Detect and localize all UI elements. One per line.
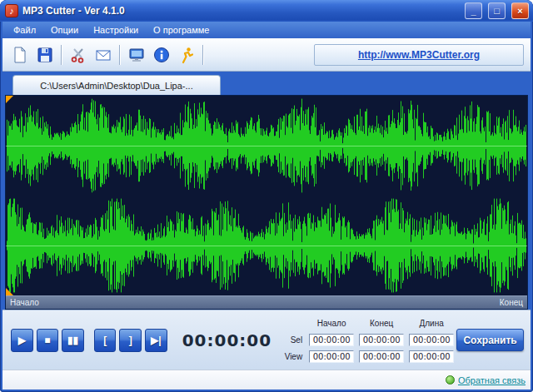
selection-table: Начало Конец Длина Sel View (281, 316, 456, 365)
menubar: Файл Опции Настройки О программе (2, 22, 531, 38)
waveform-end-label: Конец (500, 298, 523, 307)
set-start-button[interactable]: [ (94, 329, 117, 352)
waveform-footer: Начало Конец (6, 295, 527, 309)
toolbar-separator (61, 45, 62, 65)
waveform-start-label: Начало (10, 298, 39, 307)
row-label-view: View (281, 352, 306, 361)
view-end-field[interactable] (359, 350, 404, 363)
minimize-button[interactable]: _ (465, 2, 482, 19)
new-file-button[interactable] (7, 43, 32, 67)
cut-button[interactable] (66, 43, 91, 67)
statusbar: Обратная связь (2, 370, 531, 390)
menu-settings[interactable]: Настройки (86, 22, 146, 37)
header-start: Начало (306, 319, 356, 328)
waveform-canvas[interactable] (6, 96, 527, 295)
email-button[interactable] (91, 43, 116, 67)
email-icon (94, 46, 112, 64)
save-button[interactable]: Сохранить (456, 329, 524, 351)
selection-start-marker-bottom[interactable] (6, 288, 13, 295)
view-start-field[interactable] (309, 350, 354, 363)
header-length: Длина (406, 319, 456, 328)
play-button[interactable]: ▶ (11, 329, 33, 352)
set-end-button[interactable]: ] (119, 329, 142, 352)
feedback-link[interactable]: Обратная связь (458, 375, 526, 385)
save-button-toolbar[interactable] (32, 43, 57, 67)
file-tab[interactable]: C:\Users\Admin\Desktop\Dua_Lipa-... (12, 75, 221, 95)
feedback-icon (446, 375, 455, 385)
toolbar: http://www.MP3Cutter.org (2, 38, 531, 72)
waveform-panel: Начало Конец (5, 95, 528, 310)
new-file-icon (11, 46, 29, 64)
display-button[interactable] (124, 43, 149, 67)
view-length-field[interactable] (409, 350, 454, 363)
link-panel: http://www.MP3Cutter.org (314, 44, 524, 66)
sel-start-field[interactable] (309, 334, 354, 346)
file-tab-label: C:\Users\Admin\Desktop\Dua_Lipa-... (40, 81, 192, 91)
app-icon: ♪ (5, 4, 18, 17)
cut-icon (69, 46, 87, 64)
row-label-sel: Sel (281, 335, 306, 345)
save-icon (36, 46, 54, 64)
play-selection-button[interactable]: ▶| (145, 329, 167, 352)
website-link[interactable]: http://www.MP3Cutter.org (358, 49, 480, 61)
titlebar: ♪ MP3 Cutter - Ver 4.1.0 _ □ × (0, 0, 533, 22)
app-window: ♪ MP3 Cutter - Ver 4.1.0 _ □ × Файл Опци… (0, 0, 533, 392)
sel-length-field[interactable] (409, 334, 454, 346)
selection-start-marker-top[interactable] (6, 96, 13, 103)
menu-about[interactable]: О программе (146, 22, 217, 37)
aol-runner-icon (177, 46, 196, 64)
stop-button[interactable]: ■ (37, 329, 59, 352)
aol-button[interactable] (174, 43, 199, 67)
tabstrip: C:\Users\Admin\Desktop\Dua_Lipa-... (2, 72, 531, 95)
sel-end-field[interactable] (359, 334, 404, 346)
toolbar-separator (202, 45, 204, 65)
header-end: Конец (356, 319, 406, 328)
display-icon (127, 46, 146, 64)
toolbar-separator (119, 45, 121, 65)
info-button[interactable] (149, 43, 174, 67)
info-icon (152, 46, 171, 64)
control-panel: ▶ ■ ▮▮ [ ] ▶| 00:00:00 Начало Конец Длин… (2, 310, 531, 370)
menu-options[interactable]: Опции (43, 22, 86, 37)
maximize-button[interactable]: □ (488, 2, 506, 19)
close-button[interactable]: × (511, 2, 529, 19)
time-display: 00:00:00 (182, 330, 272, 350)
menu-file[interactable]: Файл (6, 22, 43, 37)
pause-button[interactable]: ▮▮ (62, 329, 84, 352)
window-title: MP3 Cutter - Ver 4.1.0 (22, 5, 459, 17)
